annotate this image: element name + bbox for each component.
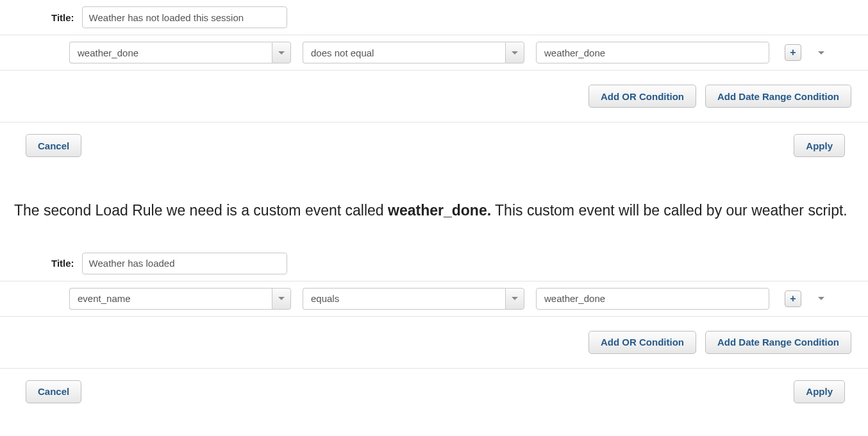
condition-menu-button[interactable] [815,44,827,61]
operator-value: equals [311,293,339,304]
operator-value: does not equal [311,47,374,58]
chevron-down-icon [272,42,291,63]
button-label: Add Date Range Condition [717,91,839,102]
plus-icon: + [790,293,796,305]
button-label: Add OR Condition [601,337,684,348]
button-label: Add Date Range Condition [717,337,839,348]
variable-value: weather_done [78,47,138,58]
button-label: Cancel [38,386,69,397]
condition-buttons-row: Add OR Condition Add Date Range Conditio… [0,71,868,122]
apply-button[interactable]: Apply [794,134,845,157]
apply-button[interactable]: Apply [794,380,845,403]
condition-row: weather_done does not equal + [0,35,868,71]
desc-bold: weather_done. [388,202,491,219]
button-label: Apply [806,140,833,151]
button-label: Cancel [38,140,69,151]
condition-row: event_name equals + [0,281,868,317]
action-row: Cancel Apply [0,122,868,169]
chevron-down-icon [505,288,524,310]
description-text: The second Load Rule we need is a custom… [0,181,868,246]
desc-part1: The second Load Rule we need is a custom… [14,202,388,219]
plus-icon: + [790,47,796,58]
title-row: Title: [0,246,868,281]
add-or-condition-button[interactable]: Add OR Condition [588,85,696,108]
chevron-down-icon [505,42,524,63]
variable-select[interactable]: event_name [69,288,291,310]
button-label: Add OR Condition [601,91,684,102]
load-rule-1: Title: weather_done does not equal + Add… [0,0,868,169]
variable-value: event_name [78,293,131,304]
chevron-down-icon [272,288,291,310]
condition-buttons-row: Add OR Condition Add Date Range Conditio… [0,317,868,369]
add-or-condition-button[interactable]: Add OR Condition [588,331,696,354]
chevron-down-icon [818,297,824,300]
add-condition-button[interactable]: + [785,290,801,307]
title-input[interactable] [82,6,287,28]
load-rule-2: Title: event_name equals + Add OR Condit… [0,246,868,415]
value-input[interactable] [536,42,769,63]
operator-select[interactable]: equals [303,288,524,310]
cancel-button[interactable]: Cancel [26,134,81,157]
title-label: Title: [51,12,74,23]
cancel-button[interactable]: Cancel [26,380,81,403]
title-input[interactable] [82,253,287,274]
chevron-down-icon [818,51,824,55]
desc-part2: This custom event will be called by our … [491,202,847,219]
add-date-range-condition-button[interactable]: Add Date Range Condition [705,331,851,354]
action-row: Cancel Apply [0,369,868,415]
operator-select[interactable]: does not equal [303,42,524,63]
title-row: Title: [0,0,868,35]
add-date-range-condition-button[interactable]: Add Date Range Condition [705,85,851,108]
value-input[interactable] [536,288,769,310]
button-label: Apply [806,386,833,397]
variable-select[interactable]: weather_done [69,42,291,63]
condition-menu-button[interactable] [815,290,827,307]
add-condition-button[interactable]: + [785,44,801,61]
title-label: Title: [51,258,74,269]
